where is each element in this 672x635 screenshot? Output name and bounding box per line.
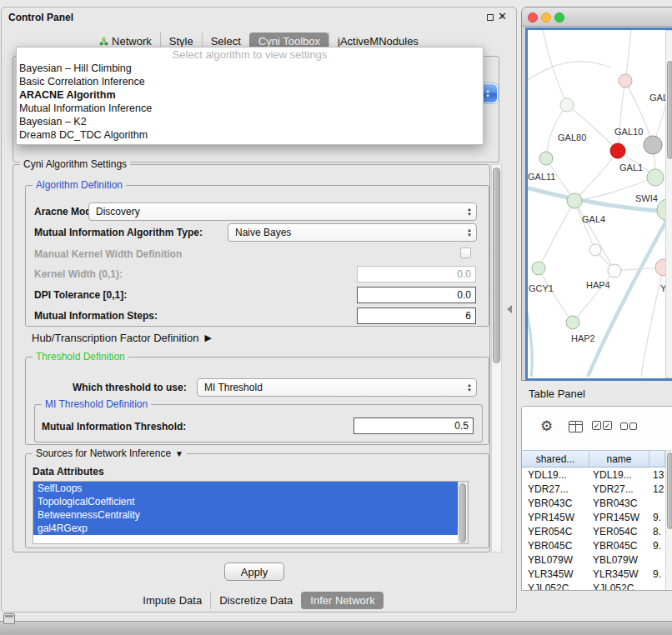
combo-arrows-icon: ▲▼ <box>467 379 472 396</box>
table-cell: YBR043C <box>589 497 649 511</box>
mi-steps-field[interactable]: 6 <box>357 308 476 324</box>
dropdown-placeholder: Select algorithm to view settings <box>17 48 483 62</box>
attribute-item[interactable]: gal4RGexp <box>33 522 458 535</box>
table-row[interactable]: YBL079WYBL079W <box>522 553 665 568</box>
network-node[interactable] <box>657 199 665 221</box>
panel-collapse-arrow[interactable] <box>507 305 512 313</box>
gear-icon[interactable]: ⚙ <box>540 418 553 435</box>
tab-impute-data[interactable]: Impute Data <box>134 592 210 609</box>
algorithm-option[interactable]: Basic Correlation Inference <box>17 75 483 88</box>
network-node[interactable] <box>589 244 601 256</box>
table-header: shared...name <box>522 450 665 468</box>
dpi-tolerance-field[interactable]: 0.0 <box>357 287 476 303</box>
mi-threshold-label: Mutual Information Threshold: <box>42 421 186 432</box>
minimize-traffic-light[interactable] <box>541 12 551 22</box>
which-threshold-select[interactable]: MI Threshold ▲▼ <box>197 378 477 397</box>
table-row[interactable]: YDR27...YDR27...12 <box>522 482 665 497</box>
cyni-settings-group: Cyni Algorithm Settings Algorithm Defini… <box>13 164 490 552</box>
table-cell: YLR345W <box>589 568 649 582</box>
mi-threshold-field[interactable]: 0.5 <box>354 418 474 434</box>
network-window: GALGAL80GAL10GAL11GAL1SWI4GAL4GCY1HAP4HA… <box>521 7 672 381</box>
threshold-definition-title: Threshold Definition <box>33 351 128 362</box>
network-node[interactable] <box>608 264 621 278</box>
deselect-all-icon[interactable] <box>620 422 637 430</box>
table-row[interactable]: YDL19...YDL19...13 <box>522 468 665 482</box>
network-node[interactable] <box>655 259 665 276</box>
kernel-width-field: 0.0 <box>357 266 476 282</box>
table-scrollbar[interactable] <box>665 450 672 591</box>
table-row[interactable]: YLR345WYLR345W9. <box>522 568 665 582</box>
table-body: YDL19...YDL19...13YDR27...YDR27...12YBR0… <box>522 468 665 591</box>
close-icon[interactable]: ✕ <box>498 10 507 22</box>
mi-algorithm-type-select[interactable]: Naive Bayes ▲▼ <box>228 223 477 242</box>
table-cell: 9. <box>649 511 665 525</box>
table-cell: 8. <box>649 525 665 539</box>
combo-arrows-icon: ▲▼ <box>467 203 472 220</box>
checked-box-icon: ✓ <box>603 421 612 430</box>
empty-box-icon <box>620 422 628 430</box>
float-window-icon[interactable] <box>487 14 494 21</box>
arrow-down-icon: ▼ <box>485 94 490 98</box>
table-cell: YBL079W <box>522 553 589 568</box>
close-traffic-light[interactable] <box>528 12 538 22</box>
network-viewport[interactable]: GALGAL80GAL10GAL11GAL1SWI4GAL4GCY1HAP4HA… <box>525 28 672 381</box>
select-all-icon[interactable]: ✓ ✓ <box>592 421 612 430</box>
network-node[interactable] <box>644 136 662 154</box>
bottom-strip <box>0 621 672 635</box>
algorithm-option[interactable]: Mutual Information Inference <box>17 102 483 115</box>
network-node[interactable] <box>647 169 664 186</box>
expand-triangle-icon[interactable]: ▶ <box>204 333 211 342</box>
attribute-item[interactable]: TopologicalCoefficient <box>33 495 458 508</box>
table-cell: 13 <box>649 468 665 482</box>
apply-button[interactable]: Apply <box>224 562 284 581</box>
arrow-up-icon: ▲ <box>485 89 490 93</box>
attribute-item[interactable]: SelfLoops <box>33 482 458 495</box>
settings-scrollbar[interactable] <box>491 164 502 552</box>
zoom-traffic-light[interactable] <box>554 12 564 22</box>
algorithm-option[interactable]: Bayesian – K2 <box>17 115 483 128</box>
settings-group-title: Cyni Algorithm Settings <box>20 158 130 170</box>
columns-icon[interactable] <box>569 421 583 432</box>
table-row[interactable]: YJL052CYJL052C <box>522 582 665 591</box>
column-header[interactable]: name <box>589 451 649 467</box>
tab-infer-network[interactable]: Infer Network <box>301 592 383 609</box>
combo-arrows-icon: ▲▼ <box>467 224 472 241</box>
algorithm-option[interactable]: Bayesian – Hill Climbing <box>17 62 483 75</box>
column-header[interactable]: shared... <box>522 451 589 467</box>
network-node[interactable] <box>619 74 632 88</box>
table-row[interactable]: YPR145WYPR145W9. <box>522 511 665 525</box>
attributes-scrollbar[interactable] <box>458 482 468 543</box>
sources-group: Sources for Network Inference ▼ Data Att… <box>25 453 489 548</box>
table-cell: 9. <box>649 568 665 582</box>
aracne-mode-select[interactable]: Discovery ▲▼ <box>88 202 477 221</box>
network-node[interactable] <box>610 143 625 158</box>
checked-box-icon: ✓ <box>592 421 601 430</box>
network-node[interactable] <box>539 152 553 165</box>
hub-definition-section[interactable]: Hub/Transcription Factor Definition ▶ <box>32 332 212 344</box>
table-cell: YDL19... <box>522 468 589 482</box>
table-row[interactable]: YBR045CYBR045C9. <box>522 539 665 553</box>
network-node[interactable] <box>567 193 582 208</box>
network-node[interactable] <box>566 316 579 329</box>
network-node[interactable] <box>532 262 545 275</box>
algorithm-option[interactable]: Dream8 DC_TDC Algorithm <box>17 128 483 142</box>
table-cell: YJL052C <box>589 582 649 591</box>
column-header[interactable] <box>649 451 665 467</box>
table-cell: YJL052C <box>522 582 589 591</box>
node-label: GAL80 <box>558 132 586 142</box>
control-panel-window: Control Panel ✕ NetworkStyleSelectCyni T… <box>1 7 517 612</box>
node-label: GAL4 <box>582 214 605 224</box>
network-scrollbar[interactable] <box>665 30 672 378</box>
tab-discretize-data[interactable]: Discretize Data <box>210 592 301 609</box>
data-attributes-label: Data Attributes <box>33 466 104 478</box>
table-row[interactable]: YBR043CYBR043C <box>522 497 665 511</box>
table-panel-title: Table Panel <box>529 388 585 400</box>
algorithm-option[interactable]: ARACNE Algorithm <box>17 88 483 102</box>
table-toolbar: ⚙ ✓ ✓ <box>522 407 672 450</box>
network-node[interactable] <box>560 98 574 112</box>
network-window-titlebar[interactable] <box>522 8 672 27</box>
collapse-triangle-icon[interactable]: ▼ <box>175 449 183 458</box>
attribute-item[interactable]: BetweennessCentrality <box>33 508 458 522</box>
table-row[interactable]: YER054CYER054C8. <box>522 525 665 539</box>
minimized-panel-icon[interactable] <box>3 613 15 624</box>
